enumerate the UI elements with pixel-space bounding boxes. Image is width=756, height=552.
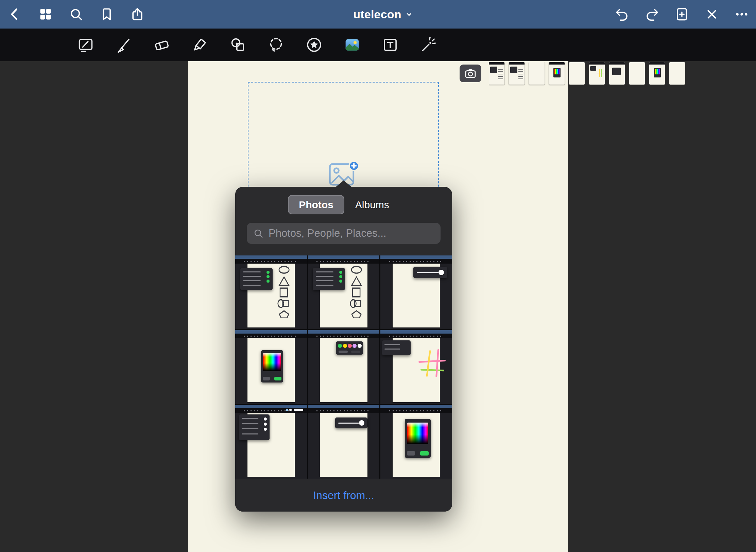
page-thumbnail[interactable] bbox=[669, 62, 685, 85]
canvas: Photos Albums Insert from... bbox=[0, 61, 756, 552]
redo-icon bbox=[645, 7, 659, 22]
photo-thumbnail[interactable] bbox=[380, 255, 452, 329]
photo-thumbnail[interactable] bbox=[380, 405, 452, 479]
photo-thumbnail[interactable] bbox=[380, 330, 452, 404]
navbar-left-group bbox=[6, 4, 146, 24]
page-thumbnail[interactable] bbox=[489, 62, 504, 85]
page-thumbnail[interactable] bbox=[629, 62, 645, 85]
photo-grid bbox=[235, 255, 452, 479]
tool-pen[interactable] bbox=[114, 34, 134, 56]
chevron-down-icon bbox=[405, 10, 414, 19]
eraser-icon bbox=[153, 36, 171, 54]
page-thumbnail[interactable] bbox=[509, 62, 525, 85]
navbar: utelecon bbox=[0, 0, 756, 29]
image-tool-icon bbox=[343, 36, 361, 54]
zoom-tool-icon bbox=[76, 36, 95, 54]
tool-zoom[interactable] bbox=[75, 34, 96, 56]
redo-button[interactable] bbox=[643, 4, 661, 24]
photo-thumbnail[interactable] bbox=[308, 330, 380, 404]
photo-thumbnail[interactable] bbox=[308, 255, 380, 329]
lasso-icon bbox=[267, 36, 285, 54]
back-button[interactable] bbox=[6, 4, 24, 24]
text-tool-icon bbox=[381, 36, 399, 54]
share-button[interactable] bbox=[128, 4, 146, 24]
tool-image[interactable] bbox=[342, 34, 362, 56]
page-thumbnail[interactable] bbox=[549, 62, 565, 85]
more-button[interactable] bbox=[733, 4, 751, 24]
photos-popover: Photos Albums Insert from... bbox=[235, 187, 452, 512]
chevron-left-icon bbox=[7, 7, 22, 22]
laser-pointer-icon bbox=[419, 36, 437, 54]
page-thumbnail[interactable] bbox=[589, 62, 605, 85]
bookmark-button[interactable] bbox=[98, 4, 116, 24]
star-sticker-icon bbox=[305, 36, 323, 54]
close-button[interactable] bbox=[703, 4, 721, 24]
tool-shapes[interactable] bbox=[228, 34, 248, 56]
undo-button[interactable] bbox=[613, 4, 631, 24]
page-thumbnails bbox=[489, 57, 756, 90]
page-thumbnail[interactable] bbox=[569, 62, 585, 85]
insert-from-button[interactable]: Insert from... bbox=[235, 479, 452, 512]
camera-icon bbox=[464, 67, 477, 80]
photo-thumbnail[interactable] bbox=[308, 405, 380, 479]
page-thumbnail[interactable] bbox=[649, 62, 665, 85]
share-icon bbox=[130, 7, 145, 22]
tool-palette bbox=[75, 29, 439, 61]
add-page-icon bbox=[674, 7, 689, 22]
photo-thumbnail[interactable] bbox=[235, 255, 307, 329]
document-title-text: utelecon bbox=[353, 8, 401, 21]
toolbar bbox=[0, 29, 756, 61]
navbar-right-group bbox=[613, 4, 751, 24]
screen: utelecon bbox=[0, 0, 756, 552]
page-thumbnail[interactable] bbox=[529, 62, 545, 85]
tab-albums[interactable]: Albums bbox=[345, 195, 399, 214]
photos-albums-segmented: Photos Albums bbox=[235, 195, 452, 214]
highlighter-icon bbox=[191, 36, 209, 54]
search-button[interactable] bbox=[67, 4, 85, 24]
camera-button[interactable] bbox=[460, 65, 481, 82]
tool-text[interactable] bbox=[380, 34, 400, 56]
close-icon bbox=[704, 7, 719, 22]
document-title[interactable]: utelecon bbox=[353, 0, 413, 29]
tool-lasso[interactable] bbox=[266, 34, 286, 56]
tool-laser-pointer[interactable] bbox=[418, 34, 439, 56]
photo-thumbnail[interactable] bbox=[235, 330, 307, 404]
pages-overview-button[interactable] bbox=[37, 4, 54, 24]
tab-photos[interactable]: Photos bbox=[288, 195, 344, 214]
photos-search[interactable] bbox=[247, 223, 441, 244]
search-icon bbox=[69, 7, 84, 22]
photo-thumbnail[interactable] bbox=[235, 405, 307, 479]
tool-highlighter[interactable] bbox=[190, 34, 210, 56]
ellipsis-icon bbox=[734, 7, 749, 22]
bookmark-icon bbox=[99, 7, 114, 22]
grid-icon bbox=[38, 7, 53, 22]
undo-icon bbox=[615, 7, 630, 22]
shapes-icon bbox=[229, 36, 247, 54]
page-thumbnail[interactable] bbox=[609, 62, 625, 85]
tool-eraser[interactable] bbox=[152, 34, 172, 56]
add-page-button[interactable] bbox=[673, 4, 691, 24]
search-icon bbox=[253, 228, 264, 239]
tool-elements[interactable] bbox=[304, 34, 324, 56]
photos-search-input[interactable] bbox=[269, 227, 434, 239]
pen-icon bbox=[115, 36, 133, 54]
